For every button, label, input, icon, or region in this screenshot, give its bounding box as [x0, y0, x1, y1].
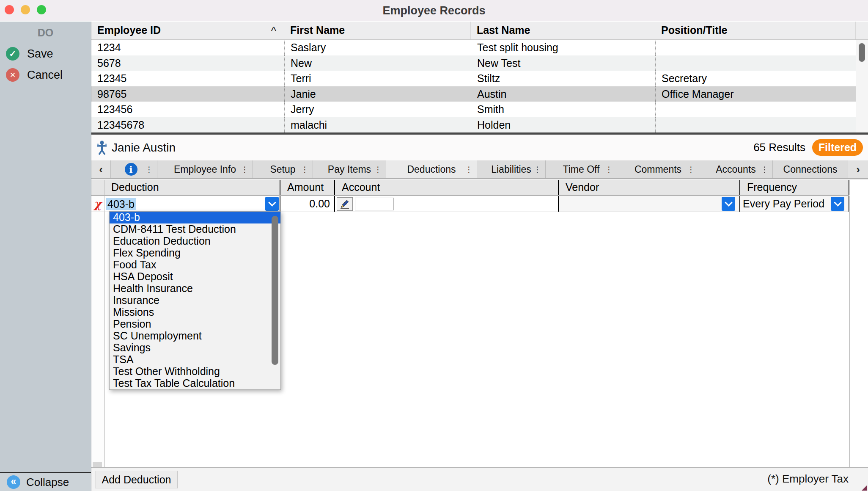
vendor-dropdown-button[interactable] [722, 197, 735, 211]
collapse-label: Collapse [26, 476, 69, 489]
dropdown-scrollbar-thumb[interactable] [272, 216, 278, 365]
dropdown-option[interactable]: Flex Spending [110, 247, 280, 259]
tab-info[interactable]: i ⋮ [111, 160, 157, 178]
pencil-icon [340, 199, 350, 209]
column-header-first-name[interactable]: First Name [284, 22, 471, 39]
delete-deduction-button[interactable]: χ [91, 196, 104, 212]
cancel-button[interactable]: ✕ Cancel [6, 68, 63, 82]
tab-comments[interactable]: Comments ⋮ [617, 160, 699, 178]
collapse-button[interactable]: « Collapse [0, 472, 91, 491]
tab-drag-handle-icon[interactable]: ⋮ [761, 165, 769, 174]
dropdown-option[interactable]: Health Insurance [110, 283, 280, 295]
deduction-value: 403-b [106, 198, 136, 210]
employee-table-header: Employee ID ^ First Name Last Name Posit… [91, 22, 868, 40]
deductions-header: Deduction Amount Account Vendor Frequenc… [91, 180, 849, 196]
dropdown-option-selected[interactable]: 403-b [110, 212, 280, 223]
dropdown-option[interactable]: Test Tax Table Calculation [110, 378, 280, 389]
cross-icon: ✕ [6, 68, 19, 82]
table-row[interactable]: 12345678 malachi Holden [91, 117, 856, 133]
column-header-employee-id[interactable]: Employee ID ^ [91, 22, 284, 39]
add-deduction-button[interactable]: Add Deduction [95, 471, 178, 488]
selected-employee-bar: Janie Austin 65 Results Filtered [91, 135, 868, 160]
column-header-amount[interactable]: Amount [280, 180, 334, 195]
table-row[interactable]: 5678 New New Test [91, 55, 856, 71]
tab-drag-handle-icon[interactable]: ⋮ [145, 165, 153, 174]
sidebar-header: DO [0, 27, 91, 39]
employee-table-scrollbar[interactable] [856, 40, 868, 132]
tab-time-off[interactable]: Time Off ⋮ [546, 160, 617, 178]
tab-drag-handle-icon[interactable]: ⋮ [533, 165, 541, 174]
column-header-frequency[interactable]: Frequency [739, 180, 849, 195]
dropdown-option[interactable]: Insurance [110, 295, 280, 306]
account-cell [334, 196, 558, 212]
tab-employee-info[interactable]: Employee Info ⋮ [157, 160, 253, 178]
dropdown-option[interactable]: Pension [110, 318, 280, 330]
tab-drag-handle-icon[interactable]: ⋮ [241, 165, 249, 174]
tab-drag-handle-icon[interactable]: ⋮ [605, 165, 613, 174]
dropdown-option[interactable]: Missions [110, 306, 280, 318]
tabs-scroll-right-button[interactable]: › [848, 160, 868, 178]
table-row[interactable]: 12345 Terri Stiltz Secretary [91, 71, 856, 86]
dropdown-option[interactable]: Education Deduction [110, 235, 280, 247]
tab-drag-handle-icon[interactable]: ⋮ [465, 165, 473, 174]
tab-drag-handle-icon[interactable]: ⋮ [301, 165, 309, 174]
delete-icon: χ [94, 198, 102, 210]
chevron-down-icon [834, 199, 841, 206]
window-title: Employee Records [0, 0, 868, 21]
table-row[interactable]: 1234 Saslary Test split housing [91, 40, 856, 55]
dropdown-option[interactable]: TSA [110, 354, 280, 366]
tab-setup[interactable]: Setup ⋮ [253, 160, 313, 178]
tab-deductions[interactable]: Deductions ⋮ [386, 160, 477, 178]
dropdown-option[interactable]: HSA Deposit [110, 271, 280, 283]
deduction-combobox[interactable]: 403-b [104, 196, 280, 212]
double-chevron-left-icon: « [7, 475, 20, 489]
column-header-vendor[interactable]: Vendor [558, 180, 739, 195]
sidebar: DO ✓ Save ✕ Cancel « Collapse [0, 22, 91, 491]
titlebar: Employee Records [0, 0, 868, 21]
account-input[interactable] [355, 198, 394, 210]
dropdown-option[interactable]: SC Unemployment [110, 330, 280, 342]
row-tools-column-header [91, 180, 104, 195]
filtered-badge[interactable]: Filtered [812, 139, 863, 156]
dropdown-option[interactable]: Test Other Withholding [110, 366, 280, 378]
frequency-value: Every Pay Period [743, 196, 824, 211]
deduction-dropdown-button[interactable] [265, 197, 279, 211]
column-header-last-name[interactable]: Last Name [471, 22, 655, 39]
app-window: Employee Records DO ✓ Save ✕ Cancel « Co… [0, 0, 868, 491]
table-row-selected[interactable]: 98765 Janie Austin Office Manager [91, 86, 856, 102]
selected-employee-name: Janie Austin [112, 135, 176, 160]
tab-pay-items[interactable]: Pay Items ⋮ [313, 160, 386, 178]
vendor-combobox[interactable] [558, 196, 739, 212]
results-count: 65 Results [753, 135, 805, 160]
dropdown-option[interactable]: Savings [110, 342, 280, 354]
employee-table-body: 1234 Saslary Test split housing 5678 New… [91, 40, 856, 132]
tab-liabilities[interactable]: Liabilities ⋮ [477, 160, 546, 178]
header-corner [856, 22, 868, 39]
amount-value: 0.00 [309, 196, 330, 211]
table-row[interactable]: 123456 Jerry Smith [91, 102, 856, 117]
deduction-row: χ 403-b 0.00 [91, 196, 849, 212]
info-icon: i [125, 163, 137, 176]
detail-tab-bar: ‹ i ⋮ Employee Info ⋮ Setup ⋮ Pay Items … [91, 160, 868, 179]
deductions-footer: Add Deduction (*) Employer Tax [91, 467, 868, 491]
tab-connections[interactable]: Connections [773, 160, 848, 178]
edit-account-button[interactable] [337, 197, 353, 211]
deduction-dropdown-list: 403-b CDM-8411 Test Deduction Education … [109, 211, 281, 390]
person-icon [96, 141, 107, 155]
tab-accounts[interactable]: Accounts ⋮ [699, 160, 773, 178]
frequency-combobox[interactable]: Every Pay Period [739, 196, 849, 212]
tab-drag-handle-icon[interactable]: ⋮ [374, 165, 382, 174]
tabs-scroll-left-button[interactable]: ‹ [91, 160, 111, 178]
dropdown-option[interactable]: Food Tax [110, 259, 280, 271]
column-header-position[interactable]: Position/Title [655, 22, 856, 39]
column-header-account[interactable]: Account [334, 180, 558, 195]
main-panel: Employee ID ^ First Name Last Name Posit… [91, 22, 868, 491]
frequency-dropdown-button[interactable] [831, 197, 844, 211]
dropdown-option[interactable]: CDM-8411 Test Deduction [110, 223, 280, 235]
save-button[interactable]: ✓ Save [6, 47, 53, 61]
column-header-deduction[interactable]: Deduction [104, 180, 280, 195]
tab-drag-handle-icon[interactable]: ⋮ [687, 165, 695, 174]
amount-field[interactable]: 0.00 [280, 196, 334, 212]
window-resize-grip[interactable] [862, 485, 867, 491]
scrollbar-thumb[interactable] [859, 43, 865, 62]
